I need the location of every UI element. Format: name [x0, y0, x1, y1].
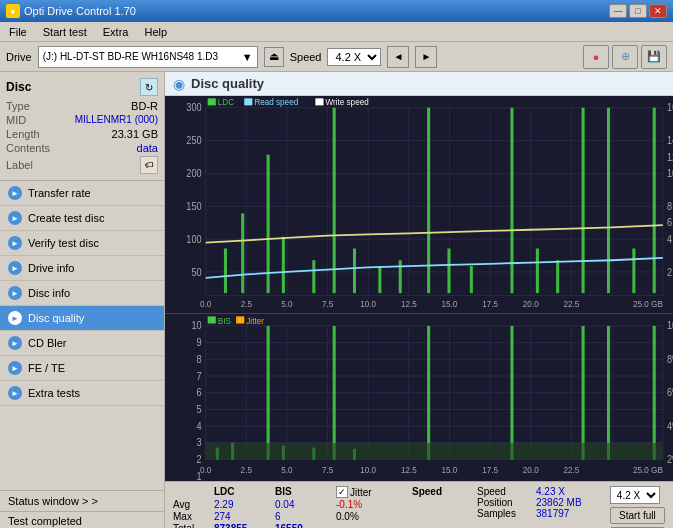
svg-text:Write speed: Write speed	[326, 97, 369, 108]
samples-value: 381797	[536, 508, 569, 519]
svg-rect-122	[653, 326, 656, 460]
svg-rect-107	[208, 316, 216, 323]
stats-table: LDC BIS ✓ Jitter Speed Avg 2.29 0.04 -0.…	[173, 486, 467, 528]
sidebar-item-fe-te[interactable]: ► FE / TE	[0, 356, 164, 381]
position-row: Position 23862 MB	[477, 497, 600, 508]
status-section: Status window > > Test completed 100%	[0, 490, 164, 528]
menu-help[interactable]: Help	[141, 25, 170, 39]
start-full-button[interactable]: Start full	[610, 507, 665, 524]
close-button[interactable]: ✕	[649, 4, 667, 18]
svg-text:12 X: 12 X	[667, 151, 673, 163]
speed-position-area: Speed 4.23 X Position 23862 MB Samples 3…	[477, 486, 600, 519]
svg-text:Jitter: Jitter	[246, 315, 264, 326]
speed-label: Speed	[290, 51, 322, 63]
svg-rect-48	[399, 260, 402, 293]
disc-length-row: Length 23.31 GB	[6, 128, 158, 140]
svg-text:8: 8	[196, 353, 202, 365]
disc-action-btn2[interactable]: ⊕	[612, 45, 638, 69]
chart-header-title: Disc quality	[191, 76, 264, 91]
menu-file[interactable]: File	[6, 25, 30, 39]
titlebar-left: ● Opti Drive Control 1.70	[6, 4, 136, 18]
svg-text:0.0: 0.0	[200, 299, 211, 310]
disc-refresh-button[interactable]: ↻	[140, 78, 158, 96]
sidebar-label-drive-info: Drive info	[28, 262, 74, 274]
jitter-checkbox[interactable]: ✓	[336, 486, 348, 498]
svg-text:9: 9	[196, 337, 202, 349]
disc-type-label: Type	[6, 100, 30, 112]
ldc-chart-svg: 300 250 200 150 100 50 16 X 14 X 12 X 10…	[165, 96, 673, 313]
svg-rect-123	[206, 443, 663, 460]
avg-jitter: -0.1%	[336, 499, 406, 510]
maximize-button[interactable]: □	[629, 4, 647, 18]
fe-te-icon: ►	[8, 361, 22, 375]
stats-right-controls: 4.2 X Start full Start part	[610, 486, 665, 528]
col-bis: BIS	[275, 486, 330, 498]
total-ldc: 873855	[214, 523, 269, 528]
disc-info-icon: ►	[8, 286, 22, 300]
svg-rect-121	[607, 326, 610, 460]
col-jitter-check: ✓ Jitter	[336, 486, 406, 498]
window-controls[interactable]: — □ ✕	[609, 4, 667, 18]
svg-rect-34	[208, 98, 216, 105]
disc-contents-label: Contents	[6, 142, 50, 154]
sidebar-item-disc-quality[interactable]: ► Disc quality	[0, 306, 164, 331]
speed-select-small[interactable]: 4.2 X	[610, 486, 660, 504]
disc-label-icon[interactable]: 🏷	[140, 156, 158, 174]
speed-selector[interactable]: 4.2 X	[327, 48, 381, 66]
svg-text:25.0 GB: 25.0 GB	[633, 299, 663, 310]
sidebar-item-drive-info[interactable]: ► Drive info	[0, 256, 164, 281]
status-window-button[interactable]: Status window > >	[0, 491, 164, 512]
stats-total-row: Total 873855 16550	[173, 523, 467, 528]
verify-test-disc-icon: ►	[8, 236, 22, 250]
svg-rect-116	[333, 326, 336, 460]
sidebar-item-verify-test-disc[interactable]: ► Verify test disc	[0, 231, 164, 256]
sidebar-item-disc-info[interactable]: ► Disc info	[0, 281, 164, 306]
svg-text:15.0: 15.0	[442, 464, 458, 475]
svg-text:BIS: BIS	[218, 315, 231, 326]
svg-text:22.5: 22.5	[563, 464, 579, 475]
menu-extra[interactable]: Extra	[100, 25, 132, 39]
sidebar-item-create-test-disc[interactable]: ► Create test disc	[0, 206, 164, 231]
bis-chart: 10 9 8 7 6 5 4 3 2 1 10% 8% 6% 4% 2%	[165, 314, 673, 481]
disc-title: Disc	[6, 80, 31, 94]
minimize-button[interactable]: —	[609, 4, 627, 18]
svg-text:12.5: 12.5	[401, 464, 417, 475]
disc-mid-label: MID	[6, 114, 26, 126]
svg-text:7: 7	[196, 370, 202, 382]
sidebar-label-extra-tests: Extra tests	[28, 387, 80, 399]
menu-start-test[interactable]: Start test	[40, 25, 90, 39]
avg-bis: 0.04	[275, 499, 330, 510]
drive-selector[interactable]: (J:) HL-DT-ST BD-RE WH16NS48 1.D3 ▼	[38, 46, 258, 68]
disc-contents-row: Contents data	[6, 142, 158, 154]
sidebar-item-extra-tests[interactable]: ► Extra tests	[0, 381, 164, 406]
create-test-disc-icon: ►	[8, 211, 22, 225]
main-content: Disc ↻ Type BD-R MID MILLENMR1 (000) Len…	[0, 72, 673, 528]
sidebar-item-transfer-rate[interactable]: ► Transfer rate	[0, 181, 164, 206]
svg-text:5: 5	[196, 403, 202, 415]
eject-button[interactable]: ⏏	[264, 47, 284, 67]
svg-rect-47	[378, 266, 381, 293]
disc-length-label: Length	[6, 128, 40, 140]
drivebar: Drive (J:) HL-DT-ST BD-RE WH16NS48 1.D3 …	[0, 42, 673, 72]
speed-right-button[interactable]: ►	[415, 46, 437, 68]
max-ldc: 274	[214, 511, 269, 522]
speed-left-button[interactable]: ◄	[387, 46, 409, 68]
svg-text:14 X: 14 X	[667, 134, 673, 146]
save-button[interactable]: 💾	[641, 45, 667, 69]
svg-text:17.5: 17.5	[482, 464, 498, 475]
svg-text:10.0: 10.0	[360, 299, 376, 310]
sidebar-item-cd-bler[interactable]: ► CD Bler	[0, 331, 164, 356]
svg-rect-56	[607, 108, 610, 293]
disc-action-btn1[interactable]: ●	[583, 45, 609, 69]
svg-rect-109	[236, 316, 244, 323]
menubar: File Start test Extra Help	[0, 22, 673, 42]
max-label: Max	[173, 511, 208, 522]
disc-mid-value: MILLENMR1 (000)	[75, 114, 158, 126]
drive-info-icon: ►	[8, 261, 22, 275]
svg-rect-40	[224, 249, 227, 294]
max-bis: 6	[275, 511, 330, 522]
svg-text:20.0: 20.0	[523, 299, 539, 310]
avg-ldc: 2.29	[214, 499, 269, 510]
svg-rect-52	[510, 108, 513, 293]
sidebar: Disc ↻ Type BD-R MID MILLENMR1 (000) Len…	[0, 72, 165, 528]
